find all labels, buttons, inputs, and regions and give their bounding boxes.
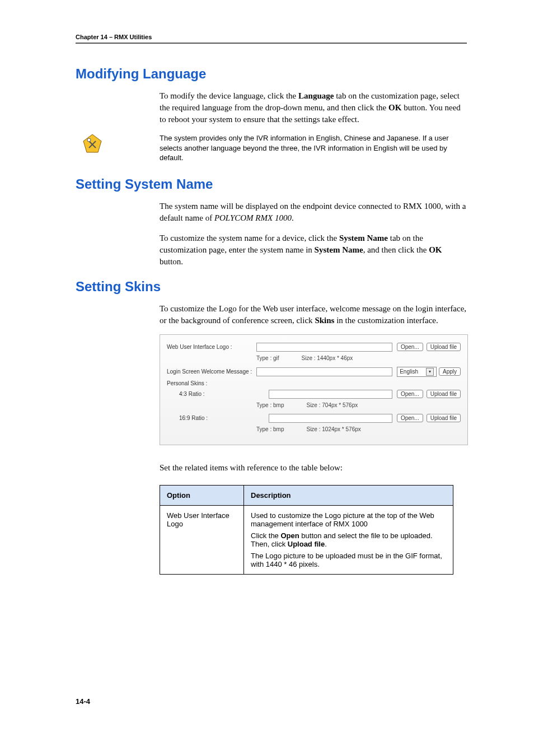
cell-description: Used to customize the Logo picture at th…: [244, 505, 453, 574]
table-intro: Set the related items with reference to …: [160, 462, 467, 474]
text: Click the: [251, 531, 280, 540]
label-personal-skins: Personal Skins :: [167, 380, 256, 386]
meta-size: Size : 1024px * 576px: [306, 426, 360, 432]
header-rule: [76, 43, 467, 44]
chevron-down-icon: ▾: [426, 368, 434, 376]
options-table: Option Description Web User Interface Lo…: [160, 485, 453, 575]
svg-marker-0: [83, 134, 101, 152]
meta-type: Type : gif: [256, 355, 279, 361]
ratio43-input[interactable]: [269, 390, 392, 399]
text: To customize the system name for a devic…: [160, 234, 339, 242]
bold: System Name: [315, 245, 363, 254]
sysname-p1: The system name will be displayed on the…: [160, 200, 467, 224]
text: To modify the device language, click the: [160, 91, 298, 100]
note-text: The system provides only the IVR informa…: [160, 133, 467, 163]
text: The system name will be displayed on the…: [160, 202, 466, 222]
meta-type: Type : bmp: [256, 426, 284, 432]
label-login-msg: Login Screen Welcome Message :: [167, 368, 256, 375]
text: , and then click the: [363, 245, 429, 254]
text: .: [325, 540, 327, 548]
bold: System Name: [339, 234, 388, 242]
bold: OK: [429, 245, 442, 254]
heading-skins: Setting Skins: [76, 279, 467, 295]
upload-button[interactable]: Upload file: [427, 390, 461, 398]
meta-size: Size : 1440px * 46px: [302, 355, 353, 361]
text: in the customization interface.: [334, 316, 438, 325]
table-row: Web User Interface Logo Used to customiz…: [160, 505, 453, 574]
text: .: [292, 213, 294, 222]
svg-point-1: [87, 138, 91, 142]
heading-modifying-language: Modifying Language: [76, 66, 467, 82]
skins-panel: Web User Interface Logo : Open... Upload…: [160, 334, 468, 445]
sysname-p2: To customize the system name for a devic…: [160, 232, 467, 268]
apply-button[interactable]: Apply: [439, 367, 461, 376]
chapter-header: Chapter 14 – RMX Utilities: [76, 34, 467, 40]
bold-ok: OK: [388, 103, 401, 112]
login-msg-input[interactable]: [256, 367, 392, 376]
note-block: The system provides only the IVR informa…: [76, 133, 467, 163]
meta-size: Size : 704px * 576px: [306, 402, 358, 408]
bold-language: Language: [298, 91, 334, 100]
language-select-value: English: [400, 368, 418, 375]
skins-p1: To customize the Logo for the Web user i…: [160, 303, 467, 326]
text: button.: [160, 257, 183, 266]
meta-type: Type : bmp: [256, 402, 284, 408]
cell-option: Web User Interface Logo: [160, 505, 244, 574]
upload-button[interactable]: Upload file: [427, 414, 461, 422]
label-43-ratio: 4:3 Ratio :: [167, 391, 269, 397]
bold-upload: Upload file: [288, 540, 325, 548]
desc-line: Used to customize the Logo picture at th…: [251, 511, 446, 528]
label-web-logo: Web User Interface Logo :: [167, 344, 256, 350]
heading-system-name: Setting System Name: [76, 176, 467, 192]
bold-skins: Skins: [315, 316, 334, 325]
desc-line: The Logo picture to be uploaded must be …: [251, 552, 446, 568]
open-button[interactable]: Open...: [397, 390, 423, 398]
note-pin-icon: [81, 133, 104, 163]
bold-open: Open: [280, 531, 299, 540]
ratio169-input[interactable]: [269, 414, 392, 423]
page: Chapter 14 – RMX Utilities Modifying Lan…: [0, 0, 534, 756]
upload-button[interactable]: Upload file: [427, 343, 461, 351]
th-option: Option: [160, 485, 244, 505]
desc-line: Click the Open button and select the fil…: [251, 531, 446, 548]
lang-paragraph: To modify the device language, click the…: [160, 90, 467, 125]
open-button[interactable]: Open...: [397, 414, 423, 422]
italic-default-name: POLYCOM RMX 1000: [214, 213, 292, 222]
th-description: Description: [244, 485, 453, 505]
language-select[interactable]: English ▾: [397, 367, 437, 377]
open-button[interactable]: Open...: [397, 343, 423, 351]
label-169-ratio: 16:9 Ratio :: [167, 415, 269, 421]
web-logo-input[interactable]: [256, 343, 392, 352]
page-number: 14-4: [76, 697, 90, 706]
